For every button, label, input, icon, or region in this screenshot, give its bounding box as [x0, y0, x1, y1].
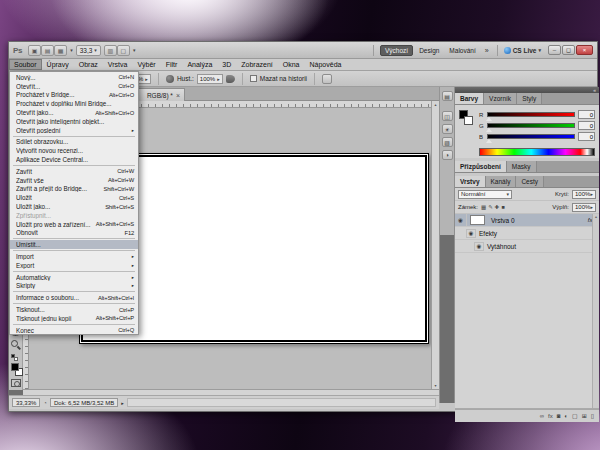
color-slider[interactable] — [487, 112, 575, 117]
file-menu-item[interactable]: ▸ — [13, 165, 135, 166]
close-button[interactable]: × — [576, 45, 593, 55]
workspace-malovani[interactable]: Malování — [445, 46, 479, 55]
file-menu-item[interactable]: Procházet v doplňku Mini Bridge... ▸ — [10, 99, 138, 108]
menu-zobrazeni[interactable]: Zobrazení — [236, 59, 278, 70]
scroll-up-icon[interactable]: ▴ — [432, 102, 439, 107]
tab-kanaly[interactable]: Kanály — [486, 176, 517, 187]
file-menu-item[interactable]: Import ▸ — [10, 252, 138, 261]
file-menu-item[interactable]: Tisknout jednu kopii Alt+Shift+Ctrl+P ▸ — [10, 314, 138, 323]
info-panel-icon[interactable]: ◑ — [442, 150, 453, 160]
file-menu-item[interactable]: Tisknout... Ctrl+P ▸ — [10, 305, 138, 314]
tab-prizpusobeni[interactable]: Přizpůsobení — [455, 161, 507, 172]
adjustment-layer-icon[interactable]: ◐ — [564, 413, 568, 419]
lock-pixels-icon[interactable]: ✎ — [488, 204, 493, 210]
menu-upravy[interactable]: Úpravy — [42, 59, 74, 70]
quick-mask-button[interactable] — [11, 379, 21, 387]
airbrush-icon[interactable] — [226, 75, 235, 83]
zoom-tool-button[interactable] — [11, 340, 18, 347]
zoom-level-control[interactable]: 33,3 ▾ — [76, 45, 101, 56]
file-menu-item[interactable]: Zavřít vše Alt+Ctrl+W ▸ — [10, 176, 138, 185]
cs-live-button[interactable]: CS Live ▾ — [504, 47, 541, 54]
stroke-effect-row[interactable]: ◉ Vytáhnout fx▾ — [455, 240, 599, 253]
file-menu-item[interactable]: ▸ — [13, 250, 135, 251]
color-slider[interactable] — [487, 134, 575, 139]
file-menu-item[interactable]: Obnovit F12 ▸ — [10, 229, 138, 238]
masks-panel-icon[interactable]: ▨ — [442, 137, 453, 147]
add-mask-icon[interactable]: ◙ — [557, 413, 561, 419]
close-tab-icon[interactable]: × — [176, 92, 180, 99]
layer-style-icon[interactable]: fx — [548, 413, 553, 419]
tab-vzornik[interactable]: Vzorník — [484, 93, 517, 104]
layers-scrollbar[interactable]: ▴ — [592, 214, 599, 408]
file-menu-item[interactable]: Zavřít Ctrl+W ▸ — [10, 167, 138, 176]
launch-mini-bridge-icon[interactable]: ▤ — [41, 45, 54, 56]
chevron-down-icon[interactable]: ▾ — [133, 47, 136, 53]
status-zoom-field[interactable]: 33,33% — [12, 398, 40, 407]
file-menu-item[interactable]: Automaticky ▸ — [10, 273, 138, 282]
delete-layer-icon[interactable]: ▯ — [591, 413, 594, 419]
erase-history-checkbox[interactable] — [250, 75, 257, 82]
layer-thumbnail[interactable] — [470, 215, 485, 225]
color-value-box[interactable]: 0 — [578, 121, 595, 130]
canvas-vertical-scrollbar[interactable]: ▴ ▾ — [431, 101, 439, 389]
color-value-box[interactable]: 0 — [578, 132, 595, 141]
view-extras-icon[interactable]: ▦ — [54, 45, 67, 56]
file-menu-item[interactable]: Aplikace Device Central... ▸ — [10, 155, 138, 164]
file-menu-item[interactable]: ▸ — [13, 136, 135, 137]
tab-vrstvy[interactable]: Vrstvy — [455, 176, 486, 187]
file-menu-item[interactable]: Uložit jako... Shift+Ctrl+S ▸ — [10, 202, 138, 211]
file-menu-item[interactable]: Skripty ▸ — [10, 282, 138, 291]
menu-filtr[interactable]: Filtr — [161, 59, 183, 70]
scroll-down-icon[interactable]: ▾ — [432, 383, 439, 388]
visibility-eye-icon[interactable]: ◉ — [466, 229, 476, 238]
file-menu-item[interactable]: Informace o souboru... Alt+Shift+Ctrl+I … — [10, 293, 138, 302]
file-menu-item[interactable]: ▸ — [13, 324, 135, 325]
tab-styly[interactable]: Styly — [517, 93, 542, 104]
file-menu-item[interactable]: Umístit... ▸ — [10, 240, 138, 249]
fill-field[interactable]: 100% ▸ — [572, 203, 596, 212]
menu-obraz[interactable]: Obraz — [74, 59, 103, 70]
history-panel-icon[interactable]: ◫ — [442, 111, 453, 121]
file-menu-item[interactable]: Zpřístupnit... ▸ — [10, 211, 138, 220]
panel-fg-bg-swatches[interactable] — [459, 110, 473, 125]
menu-analyza[interactable]: Analýza — [182, 59, 217, 70]
file-menu-item[interactable]: Export ▸ — [10, 261, 138, 270]
file-menu-item[interactable]: Vytvořit novou recenzi... ▸ — [10, 146, 138, 155]
menu-3d[interactable]: 3D — [217, 59, 236, 70]
workspace-overflow-button[interactable]: » — [483, 47, 491, 54]
file-menu-item[interactable]: Otevřít poslední ▸ — [10, 126, 138, 135]
workspace-vychozi[interactable]: Výchozí — [380, 45, 413, 56]
menu-vrstva[interactable]: Vrstva — [103, 59, 133, 70]
file-menu-item[interactable]: Otevřít... Ctrl+O ▸ — [10, 82, 138, 91]
file-menu-item[interactable]: Procházet v Bridge... Alt+Ctrl+O ▸ — [10, 91, 138, 100]
lock-all-icon[interactable]: ■ — [501, 204, 504, 210]
file-menu-item[interactable]: Otevřít jako... Alt+Shift+Ctrl+O ▸ — [10, 108, 138, 117]
menu-napoveda[interactable]: Nápověda — [305, 59, 347, 70]
density-value-box[interactable]: 100% ▸ — [197, 74, 223, 84]
lock-transparency-icon[interactable]: ▦ — [481, 204, 486, 210]
file-menu-item[interactable]: ▸ — [13, 291, 135, 292]
color-spectrum-ramp[interactable] — [479, 148, 595, 156]
file-menu-item[interactable]: ▸ — [13, 303, 135, 304]
tab-barvy[interactable]: Barvy — [455, 93, 484, 104]
mini-bridge-panel-icon[interactable]: ▤ — [442, 91, 453, 101]
adjustments-panel-icon[interactable]: ☀ — [442, 124, 453, 134]
file-menu-item[interactable]: Zavřít a přejít do Bridge... Shift+Ctrl+… — [10, 185, 138, 194]
brush-panel-toggle-icon[interactable] — [322, 74, 332, 84]
minimize-button[interactable]: – — [548, 45, 561, 55]
file-menu-item[interactable]: ▸ — [13, 238, 135, 239]
opacity-field[interactable]: 100% ▸ — [572, 190, 596, 199]
status-options-icon[interactable]: ▸ — [121, 400, 124, 406]
effects-row[interactable]: ◉ Efekty fx▾ — [455, 227, 599, 240]
launch-bridge-icon[interactable]: ▣ — [28, 45, 41, 56]
file-menu-item[interactable]: Nový... Ctrl+N ▸ — [10, 73, 138, 82]
color-value-box[interactable]: 0 — [578, 110, 595, 119]
layer-row-vrstva-0[interactable]: ◉ Vrstva 0 fx▾ — [455, 214, 599, 227]
file-menu-item[interactable]: Otevřít jako inteligentní objekt... ▸ — [10, 117, 138, 126]
screen-mode-icon[interactable]: ▢ — [117, 45, 130, 56]
visibility-eye-icon[interactable]: ◉ — [455, 214, 467, 226]
file-menu-item[interactable]: Uložit pro web a zařízení... Alt+Shift+C… — [10, 220, 138, 229]
menu-soubor[interactable]: Soubor — [9, 59, 42, 70]
menu-okna[interactable]: Okna — [278, 59, 305, 70]
lock-position-icon[interactable]: ✚ — [495, 204, 500, 210]
